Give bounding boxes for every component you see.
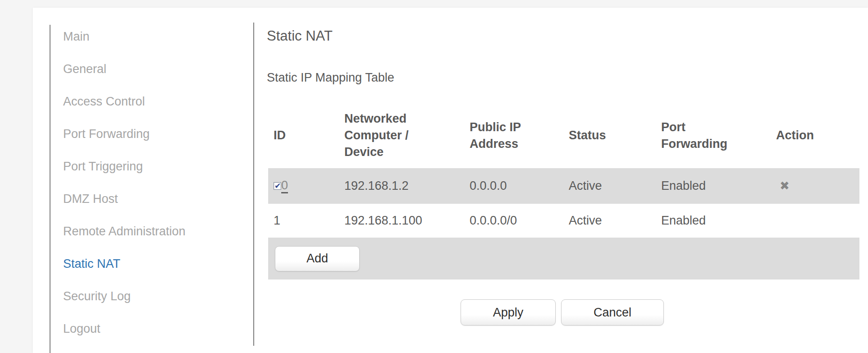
- sidebar-left-border: [50, 25, 50, 353]
- table-row: 1 192.168.1.100 0.0.0.0/0 Active Enabled: [268, 204, 859, 238]
- apply-button[interactable]: Apply: [461, 299, 556, 325]
- id-cell: 1: [268, 204, 344, 238]
- public-ip-cell: 0.0.0.0/0: [470, 204, 569, 238]
- status-cell: Active: [569, 168, 661, 204]
- port-forwarding-cell: Enabled: [661, 168, 776, 204]
- page-title: Static NAT: [267, 28, 333, 44]
- column-header-port-forwarding: Port Forwarding: [661, 103, 776, 168]
- table-footer-band: Add: [268, 238, 859, 280]
- column-header-action: Action: [776, 103, 859, 168]
- static-ip-mapping-table: ID Networked Computer / Device Public IP…: [268, 103, 859, 280]
- column-header-id: ID: [268, 103, 344, 168]
- delete-icon[interactable]: ✖: [776, 179, 790, 193]
- sidebar-item-access-control[interactable]: Access Control: [63, 85, 239, 118]
- sidebar-item-dmz-host[interactable]: DMZ Host: [63, 183, 239, 215]
- sidebar-item-remote-administration[interactable]: Remote Administration: [63, 215, 239, 248]
- checkmark-icon: ✔: [274, 181, 281, 191]
- column-header-status: Status: [569, 103, 661, 168]
- add-button[interactable]: Add: [275, 246, 360, 271]
- sidebar-item-static-nat[interactable]: Static NAT: [63, 248, 239, 280]
- id-cell: ✔0: [268, 168, 344, 204]
- sidebar-nav: Main General Access Control Port Forward…: [63, 20, 239, 345]
- sidebar-content-divider: [253, 23, 254, 346]
- row-checkbox[interactable]: ✔: [274, 182, 281, 190]
- sidebar-item-main[interactable]: Main: [63, 20, 239, 53]
- sidebar-item-security-log[interactable]: Security Log: [63, 280, 239, 312]
- sidebar-item-port-triggering[interactable]: Port Triggering: [63, 150, 239, 183]
- table-row: ✔0 192.168.1.2 0.0.0.0 Active Enabled ✖: [268, 168, 859, 204]
- port-forwarding-cell: Enabled: [661, 204, 776, 238]
- action-cell: ✖: [776, 168, 859, 204]
- status-cell: Active: [569, 204, 661, 238]
- column-header-device: Networked Computer / Device: [344, 103, 470, 168]
- sidebar-item-port-forwarding[interactable]: Port Forwarding: [63, 118, 239, 150]
- device-cell: 192.168.1.2: [344, 168, 470, 204]
- public-ip-cell: 0.0.0.0: [470, 168, 569, 204]
- device-cell: 192.168.1.100: [344, 204, 470, 238]
- column-header-public-ip: Public IP Address: [470, 103, 569, 168]
- cancel-button[interactable]: Cancel: [561, 299, 664, 325]
- sidebar-item-general[interactable]: General: [63, 53, 239, 85]
- section-subtitle: Static IP Mapping Table: [267, 71, 394, 85]
- action-cell: [776, 204, 859, 238]
- sidebar-item-logout[interactable]: Logout: [63, 312, 239, 345]
- table-header-row: ID Networked Computer / Device Public IP…: [268, 103, 859, 168]
- content-panel: Main General Access Control Port Forward…: [33, 8, 868, 353]
- row-id-link[interactable]: 0: [281, 179, 288, 193]
